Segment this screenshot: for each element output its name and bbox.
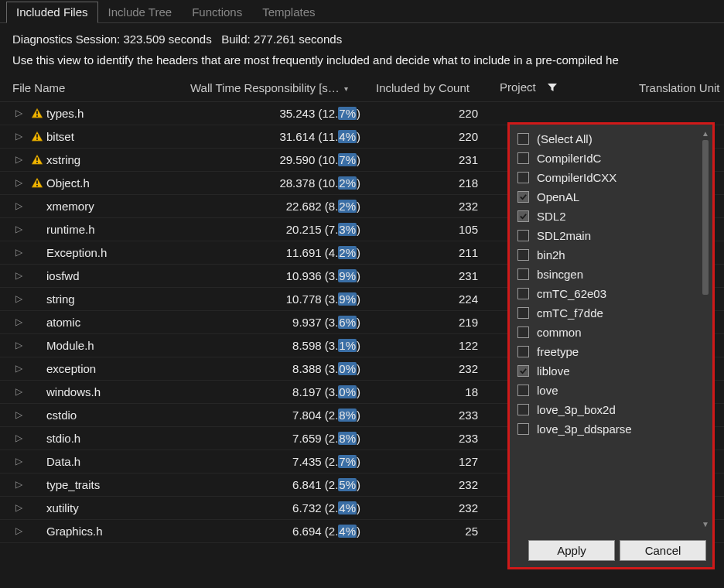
filter-item[interactable]: cmTC_f7dde (517, 303, 709, 323)
checkbox[interactable] (517, 172, 529, 183)
filter-item-label: cmTC_62e03 (537, 287, 606, 300)
checkbox[interactable] (517, 404, 529, 415)
wall-time-cell: 6.841 (2.5%) (189, 478, 374, 491)
expander-icon[interactable]: ▷ (15, 177, 26, 188)
column-file-name[interactable]: File Name (12, 81, 190, 94)
expander-icon[interactable]: ▷ (15, 131, 26, 142)
warning-icon (31, 154, 46, 165)
filter-item[interactable]: CompilerIdC (517, 149, 709, 168)
count-cell: 220 (374, 107, 498, 120)
filter-item-label: SDL2main (537, 229, 591, 242)
checkbox[interactable] (517, 249, 529, 261)
tab-include-tree[interactable]: Include Tree (98, 2, 183, 22)
filter-item-label: SDL2 (537, 210, 566, 223)
checkbox[interactable] (517, 326, 529, 338)
expander-icon[interactable]: ▷ (15, 340, 26, 350)
filter-item[interactable]: OpenAL (517, 187, 709, 207)
expander-icon[interactable]: ▷ (15, 432, 26, 443)
count-cell: 232 (374, 478, 498, 491)
checkbox[interactable] (517, 307, 529, 319)
filter-item[interactable]: freetype (517, 342, 709, 361)
count-cell: 18 (374, 385, 498, 398)
tab-functions[interactable]: Functions (182, 2, 252, 22)
column-project[interactable]: Project (500, 80, 639, 95)
expander-icon[interactable]: ▷ (15, 247, 26, 258)
expander-icon[interactable]: ▷ (15, 409, 26, 420)
file-name-cell: stdio.h (46, 432, 189, 445)
checkbox[interactable] (517, 423, 529, 435)
filter-item-label: (Select All) (537, 132, 593, 145)
expander-icon[interactable]: ▷ (15, 456, 26, 467)
session-value: 323.509 seconds (123, 32, 211, 46)
tab-included-files[interactable]: Included Files (6, 2, 98, 23)
filter-buttons: Apply Cancel (510, 534, 712, 567)
filter-item-label: bsincgen (537, 268, 583, 281)
svg-rect-1 (36, 115, 38, 117)
expander-icon[interactable]: ▷ (15, 154, 26, 165)
expander-icon[interactable]: ▷ (15, 200, 26, 211)
expander-icon[interactable]: ▷ (15, 502, 26, 513)
filter-item[interactable]: common (517, 323, 709, 342)
wall-time-cell: 11.691 (4.2%) (189, 246, 374, 259)
filter-item[interactable]: SDL2main (517, 226, 709, 245)
checkbox[interactable] (517, 385, 529, 396)
checkbox[interactable] (517, 365, 529, 377)
cancel-button[interactable]: Cancel (620, 540, 706, 561)
filter-item[interactable]: love_3p_ddsparse (517, 419, 709, 439)
filter-item[interactable]: bin2h (517, 245, 709, 265)
svg-rect-5 (36, 162, 38, 163)
checkbox[interactable] (517, 152, 529, 164)
expander-icon[interactable]: ▷ (15, 479, 26, 490)
usage-hint: Use this view to identify the headers th… (0, 49, 724, 77)
filter-item-label: CompilerIdCXX (537, 171, 616, 184)
scroll-up-icon[interactable]: ▲ (700, 129, 711, 138)
tab-templates[interactable]: Templates (252, 2, 325, 22)
filter-item[interactable]: CompilerIdCXX (517, 168, 709, 187)
checkbox[interactable] (517, 133, 529, 145)
count-cell: 25 (374, 525, 498, 538)
count-cell: 233 (374, 409, 498, 422)
count-cell: 105 (374, 223, 498, 236)
build-value: 277.261 seconds (254, 32, 342, 46)
filter-item[interactable]: bsincgen (517, 265, 709, 284)
scroll-down-icon[interactable]: ▼ (700, 520, 711, 529)
filter-item[interactable]: SDL2 (517, 207, 709, 226)
expander-icon[interactable]: ▷ (15, 525, 26, 536)
apply-button[interactable]: Apply (528, 540, 615, 561)
checkbox[interactable] (517, 230, 529, 241)
expander-icon[interactable]: ▷ (15, 224, 26, 234)
checkbox[interactable] (517, 346, 529, 357)
expander-icon[interactable]: ▷ (15, 386, 26, 397)
scrollbar[interactable]: ▲ ▼ (700, 129, 711, 529)
checkbox[interactable] (517, 210, 529, 222)
warning-icon (31, 177, 46, 188)
expander-icon[interactable]: ▷ (15, 270, 26, 281)
filter-icon[interactable] (547, 82, 558, 95)
expander-icon[interactable]: ▷ (15, 108, 26, 118)
checkbox[interactable] (517, 288, 529, 299)
expander-icon[interactable]: ▷ (15, 316, 26, 327)
filter-item[interactable]: cmTC_62e03 (517, 284, 709, 303)
svg-rect-2 (36, 134, 38, 137)
wall-time-cell: 8.197 (3.0%) (189, 385, 374, 398)
expander-icon[interactable]: ▷ (15, 363, 26, 374)
column-translation-unit[interactable]: Translation Unit (639, 81, 724, 94)
column-wall-time[interactable]: Wall Time Responsibility [s… ▾ (190, 81, 376, 94)
filter-item[interactable]: (Select All) (517, 129, 709, 149)
checkbox[interactable] (517, 268, 529, 280)
file-name-cell: atomic (46, 316, 189, 329)
count-cell: 232 (374, 501, 498, 514)
filter-item[interactable]: liblove (517, 361, 709, 381)
project-filter-popup: (Select All)CompilerIdCCompilerIdCXXOpen… (507, 122, 715, 569)
checkbox[interactable] (517, 191, 529, 203)
wall-time-cell: 10.936 (3.9%) (189, 269, 374, 282)
filter-item[interactable]: love (517, 381, 709, 400)
filter-item[interactable]: love_3p_box2d (517, 400, 709, 419)
expander-icon[interactable]: ▷ (15, 293, 26, 304)
scroll-thumb[interactable] (702, 140, 709, 295)
svg-rect-6 (36, 180, 38, 183)
wall-time-cell: 29.590 (10.7%) (189, 153, 374, 166)
file-name-cell: xstring (46, 153, 189, 166)
wall-time-cell: 7.804 (2.8%) (189, 409, 374, 422)
column-included-by-count[interactable]: Included by Count (376, 81, 500, 94)
